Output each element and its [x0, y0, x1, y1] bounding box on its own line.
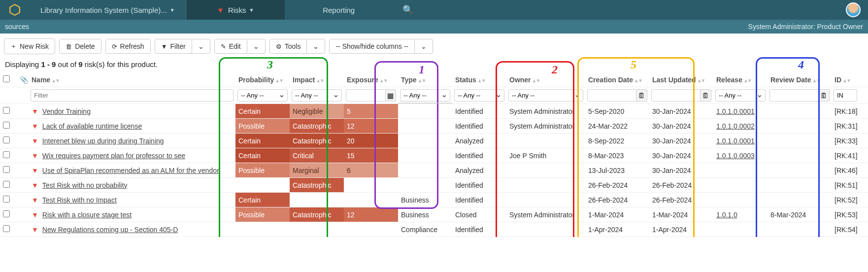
risk-name-link[interactable]: Wix requires payment plan for professor …: [42, 152, 185, 160]
cell-type: [398, 163, 452, 178]
row-checkbox[interactable]: [3, 136, 10, 143]
release-link[interactable]: 1.0.1.0.0001: [716, 107, 755, 115]
row-checkbox[interactable]: [3, 210, 10, 217]
edit-button[interactable]: ✎Edit: [214, 39, 247, 54]
row-checkbox[interactable]: [3, 225, 10, 232]
edit-dropdown-toggle[interactable]: ⌄: [247, 39, 266, 54]
cell-owner: Joe P Smith: [506, 148, 585, 163]
filter-id-input[interactable]: [834, 89, 857, 102]
row-checkbox[interactable]: [3, 122, 10, 129]
filter-status-select[interactable]: -- Any --: [454, 89, 504, 102]
filter-updated-cal[interactable]: 🗓: [701, 89, 711, 102]
filter-exposure-btn[interactable]: ▦: [386, 89, 396, 102]
risk-name-link[interactable]: Vendor Training: [42, 107, 91, 115]
row-checkbox[interactable]: [3, 181, 10, 188]
chevron-down-icon: ⌄: [421, 42, 427, 50]
cell-owner: System Administrator: [506, 104, 585, 119]
header-review-date[interactable]: Review Date▲▼: [768, 72, 832, 87]
cell-probability: Possible: [235, 163, 290, 178]
nav-project-selector[interactable]: Library Information System (Sample)... ▼: [30, 0, 186, 20]
table-row[interactable]: ▼Test Risk with no probability Catastrop…: [0, 178, 868, 193]
table-row[interactable]: ▼Vendor Training Certain Negligible 5 Id…: [0, 104, 868, 119]
filter-type-select[interactable]: -- Any --: [400, 89, 450, 102]
table-row[interactable]: ▼Lack of available runtime license Possi…: [0, 119, 868, 134]
release-link[interactable]: 1.0.1.0.0002: [716, 122, 755, 130]
filter-updated-input[interactable]: [651, 89, 701, 102]
nav-risks[interactable]: ▼ Risks ▼: [186, 0, 285, 20]
cell-review-date: [768, 104, 832, 119]
delete-button[interactable]: 🗑Delete: [59, 39, 101, 54]
risk-name-link[interactable]: Use of SpiraPlan recommended as an ALM f…: [42, 167, 219, 174]
filter-impact-select[interactable]: -- Any --: [292, 89, 342, 102]
tools-button[interactable]: ⚙Tools: [269, 39, 307, 54]
header-release[interactable]: Release▲▼: [713, 72, 768, 87]
grid-icon: ▦: [387, 92, 394, 100]
cell-owner: System Administrator: [506, 119, 585, 134]
table-row[interactable]: ▼Test Risk with no Impact Certain Busine…: [0, 193, 868, 207]
row-checkbox[interactable]: [3, 107, 10, 114]
filter-button[interactable]: ▼Filter: [155, 39, 192, 54]
type-filter-popup[interactable]: -- Any -- (None) Business Compliance Peo…: [398, 103, 452, 104]
header-type[interactable]: Type▲▼: [398, 72, 452, 87]
filter-review-input[interactable]: [769, 89, 819, 102]
release-link[interactable]: 1.0.1.0: [716, 211, 737, 219]
chevron-down-icon: ⌄: [313, 42, 319, 50]
table-row[interactable]: ▼Use of SpiraPlan recommended as an ALM …: [0, 163, 868, 178]
cell-exposure: [344, 178, 398, 193]
cell-status: Analyzed: [452, 163, 506, 178]
cell-status: Identified: [452, 104, 506, 119]
header-impact[interactable]: Impact▲▼: [290, 72, 344, 87]
risk-name-link[interactable]: Interenet blew up during during Training: [42, 137, 164, 145]
tools-dropdown-toggle[interactable]: ⌄: [307, 39, 325, 54]
new-risk-button[interactable]: ＋New Risk: [4, 38, 55, 54]
table-row[interactable]: ▼Risk with a closure stage test Possible…: [0, 207, 868, 222]
filter-name-input[interactable]: [31, 89, 234, 102]
refresh-button[interactable]: ⟳Refresh: [105, 39, 151, 54]
cell-impact: Catastrophic: [290, 178, 344, 193]
cell-last-updated: 26-Feb-2024: [649, 193, 713, 207]
header-probability[interactable]: Probability▲▼: [235, 72, 290, 87]
cell-id: [RK:51]: [832, 178, 868, 193]
table-row[interactable]: ▼Wix requires payment plan for professor…: [0, 148, 868, 163]
row-checkbox[interactable]: [3, 166, 10, 173]
columns-dropdown-toggle[interactable]: ⌄: [415, 39, 433, 54]
nav-reporting[interactable]: Reporting: [285, 0, 393, 20]
table-row[interactable]: ▼Interenet blew up during during Trainin…: [0, 134, 868, 148]
header-exposure[interactable]: Exposure▲▼: [344, 72, 398, 87]
header-last-updated[interactable]: Last Updated▲▼: [649, 72, 713, 87]
row-checkbox[interactable]: [3, 196, 10, 203]
risk-name-link[interactable]: Risk with a closure stage test: [42, 211, 132, 219]
filter-dropdown-toggle[interactable]: ⌄: [192, 39, 210, 54]
risk-name-link[interactable]: New Regulations coming up - Section 405-…: [42, 226, 178, 234]
header-id[interactable]: ID▲▼: [832, 72, 868, 87]
subbar-left: sources: [5, 23, 29, 31]
filter-probability-select[interactable]: -- Any --: [237, 89, 288, 102]
cell-probability: Certain: [235, 193, 290, 207]
filter-review-cal[interactable]: 🗓: [819, 89, 830, 102]
table-row[interactable]: ▼New Regulations coming up - Section 405…: [0, 222, 868, 237]
release-link[interactable]: 1.0.1.0.0003: [716, 152, 755, 160]
nav-search-button[interactable]: 🔍: [393, 0, 423, 20]
risk-name-link[interactable]: Test Risk with no probability: [42, 181, 128, 189]
filter-owner-select[interactable]: -- Any --: [508, 89, 583, 102]
disp-total: 9: [78, 60, 82, 68]
row-checkbox[interactable]: [3, 151, 10, 158]
header-status[interactable]: Status▲▼: [452, 72, 506, 87]
filter-creation-cal[interactable]: 🗓: [636, 89, 647, 102]
header-name[interactable]: Name▲▼: [29, 72, 235, 87]
risk-name-link[interactable]: Lack of available runtime license: [42, 122, 142, 130]
release-link[interactable]: 1.0.1.0.0001: [716, 137, 755, 145]
disp-range: 1 - 9: [41, 60, 56, 68]
select-all-checkbox[interactable]: [3, 75, 10, 82]
app-logo[interactable]: [0, 0, 30, 20]
header-select-all[interactable]: [0, 72, 17, 87]
filter-creation-input[interactable]: [587, 89, 636, 102]
header-owner[interactable]: Owner▲▼: [506, 72, 585, 87]
filter-release-select[interactable]: -- Any --: [715, 89, 766, 102]
cell-probability: Possible: [235, 119, 290, 134]
filter-exposure-input[interactable]: [346, 89, 386, 102]
nav-user-avatar[interactable]: [838, 0, 868, 20]
columns-button[interactable]: -- Show/hide columns --: [329, 39, 415, 54]
risk-name-link[interactable]: Test Risk with no Impact: [42, 196, 117, 204]
header-creation-date[interactable]: Creation Date▲▼: [585, 72, 649, 87]
